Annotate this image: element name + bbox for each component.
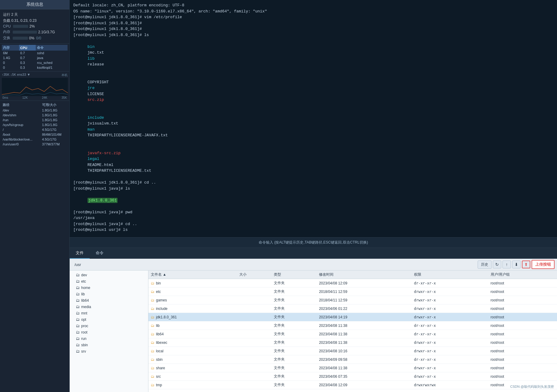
disk-row: /run1.8G/1.8G	[2, 118, 68, 122]
history-button[interactable]: 历史	[478, 261, 492, 269]
fm-file-row[interactable]: 🗂libexec 文件夹 2023/04/08 11:38 drwxr-xr-x…	[148, 338, 557, 347]
fm-file-row[interactable]: 🗂lib64 文件夹 2023/04/08 11:38 dr-xr-xr-x r…	[148, 330, 557, 338]
disk-size: 1.8G/1.8G	[41, 113, 68, 118]
tree-item[interactable]: 🗂root	[70, 329, 148, 335]
uptime-row: 运行 2 天	[3, 12, 66, 17]
t-line-1: OS name: "linux", version: "3.10.0-1160.…	[73, 8, 553, 15]
refresh-button[interactable]: ↻	[493, 261, 501, 268]
fm-file-row[interactable]: 🗂include 文件夹 2023/04/06 01:22 drwxr-xr-x…	[148, 304, 557, 313]
tree-item-label: media	[81, 305, 91, 309]
disk-size: 1.8G/1.8G	[41, 118, 68, 122]
folder-icon: 🗂	[76, 343, 80, 347]
fm-folder-icon: 🗂	[151, 290, 154, 294]
disk-table: 路径 可用/大小 /dev1.8G/1.8G/dev/shm1.8G/1.8G/…	[2, 102, 68, 147]
fm-file-owner: root/root	[488, 330, 557, 338]
fm-file-perm: dr-xr-xr-x	[412, 355, 488, 364]
swap-label: 交换	[3, 35, 10, 41]
fm-file-row[interactable]: 🗂tmp 文件夹 2023/04/08 12:09 drwxrwxrwx roo…	[148, 381, 557, 389]
fm-folder-icon: 🗂	[151, 357, 154, 362]
tree-item[interactable]: 🗂proc	[70, 323, 148, 329]
disk-col-size: 可用/大小	[41, 102, 68, 108]
cpu-row: CPU 2%	[3, 24, 66, 28]
net-label[interactable]: ↑35K ↓5K ens33 ▼	[2, 73, 30, 76]
tree-item[interactable]: 🗂media	[70, 304, 148, 310]
fm-file-size	[237, 381, 272, 389]
disk-size: 1.8G/1.8G	[41, 108, 68, 113]
fm-file-owner: root/root	[488, 304, 557, 313]
disk-size: 864M/1014M	[41, 132, 68, 137]
tree-item[interactable]: 🗂etc	[70, 278, 148, 284]
sidebar: 系统信息 运行 2 天 负载 0.31, 0.23, 0.23 CPU 2% 内…	[0, 0, 70, 392]
proc-mem: 6M	[2, 51, 19, 55]
net-v3: 12K	[22, 96, 28, 99]
fm-col-header[interactable]: 文件名 ▲	[148, 271, 237, 279]
proc-row: 1.4G0.7java	[2, 55, 68, 60]
tree-item[interactable]: 🗂sbin	[70, 342, 148, 348]
fm-file-row[interactable]: 🗂games 文件夹 2018/04/11 12:59 drwxr-xr-x r…	[148, 296, 557, 304]
fm-file-owner: root/root	[488, 347, 557, 355]
proc-col-cmd[interactable]: 命令	[36, 45, 68, 51]
tree-item[interactable]: 🗂lib64	[70, 297, 148, 304]
uptime-value: 运行 2 天	[3, 12, 18, 17]
load-row: 负载 0.31, 0.23, 0.23	[3, 18, 66, 23]
t-line-17: bin etc games include java lib lib64 lib…	[73, 233, 553, 238]
download-button[interactable]: ⬇	[512, 261, 521, 268]
fm-file-perm: dr-xr-xr-x	[412, 321, 488, 330]
tab-file[interactable]: 文件	[70, 248, 90, 259]
fm-folder-icon: 🗂	[151, 341, 154, 345]
fm-file-type: 文件夹	[271, 296, 317, 304]
folder-icon: 🗂	[76, 304, 80, 309]
disk-path: /	[2, 127, 41, 132]
tree-item[interactable]: 🗂opt	[70, 316, 148, 323]
t-line-9: javafx-src.zip legal README.html THIRDPA…	[73, 144, 553, 180]
tree-item[interactable]: 🗂srv	[70, 348, 148, 354]
fm-col-header[interactable]: 修改时间	[317, 271, 412, 279]
tree-item[interactable]: 🗂run	[70, 335, 148, 342]
tree-item-label: lib	[81, 292, 85, 296]
terminal[interactable]: Default locale: zh_CN, platform encoding…	[70, 0, 557, 237]
upload-icon-button[interactable]: ⬆	[522, 261, 530, 268]
disk-row: /dev/shm1.8G/1.8G	[2, 113, 68, 118]
tree-item[interactable]: 🗂lib	[70, 291, 148, 297]
fm-file-row[interactable]: 🗂jdk1.8.0_361 文件夹 2023/04/08 14:19 drwxr…	[148, 313, 557, 321]
fm-file-row[interactable]: 🗂etc 文件夹 2018/04/11 12:59 drwxr-xr-x roo…	[148, 287, 557, 296]
fm-col-header[interactable]: 大小	[237, 271, 272, 279]
net-right-label: 本机	[61, 73, 68, 77]
fm-col-header[interactable]: 用户/用户组	[488, 271, 557, 279]
fm-file-type: 文件夹	[271, 372, 317, 381]
t-line-13: [root@mylinux1 java]# pwd	[73, 209, 553, 215]
fm-file-row[interactable]: 🗂sbin 文件夹 2023/04/09 09:58 dr-xr-xr-x ro…	[148, 355, 557, 364]
up-dir-button[interactable]: ↑	[502, 261, 511, 268]
fm-file-perm: drwxr-xr-x	[412, 304, 488, 313]
upload-label-button[interactable]: 上传按钮	[532, 260, 555, 269]
tab-cmd[interactable]: 命令	[90, 248, 110, 259]
t-line-3: [root@mylinux1 jdk1.8.0_361]#	[73, 20, 553, 26]
fm-folder-icon: 🗂	[151, 315, 154, 319]
fm-file-row[interactable]: 🗂lib 文件夹 2023/04/08 11:38 dr-xr-xr-x roo…	[148, 321, 557, 330]
tree-item[interactable]: 🗂home	[70, 284, 148, 291]
disk-path: /dev	[2, 108, 41, 113]
net-time: 0ms	[2, 96, 8, 99]
fm-col-header[interactable]: 类型	[271, 271, 317, 279]
proc-col-cpu[interactable]: CPU	[19, 45, 36, 51]
cpu-value: 2%	[29, 24, 35, 28]
t-line-12: jdk1.8.0_361	[73, 191, 553, 209]
t-line-10: [root@mylinux1 jdk1.8.0_361]# cd ..	[73, 180, 553, 186]
tree-item[interactable]: 🗂mnt	[70, 310, 148, 316]
t-line-6: bin jmc.txt lib release	[73, 38, 553, 73]
fm-col-header[interactable]: 权限	[412, 271, 488, 279]
fm-folder-icon: 🗂	[151, 349, 154, 353]
fm-file-row[interactable]: 🗂src 文件夹 2023/04/06 07:35 drwxr-xr-x roo…	[148, 372, 557, 381]
fm-folder-icon: 🗂	[151, 374, 154, 379]
tree-item-label: opt	[81, 317, 86, 322]
proc-col-mem[interactable]: 内存	[2, 45, 19, 51]
fm-file-row[interactable]: 🗂share 文件夹 2023/04/08 11:38 drwxr-xr-x r…	[148, 364, 557, 372]
fm-file-row[interactable]: 🗂bin 文件夹 2023/04/08 12:09 dr-xr-xr-x roo…	[148, 279, 557, 287]
fm-file-name: 🗂share	[148, 364, 237, 372]
fm-file-modified: 2023/04/08 12:09	[317, 381, 412, 389]
proc-cpu: 0.3	[19, 60, 36, 65]
tree-item[interactable]: 🗂dev	[70, 272, 148, 278]
cpu-bar	[13, 25, 28, 28]
fm-file-row[interactable]: 🗂local 文件夹 2023/04/08 10:16 drwxr-xr-x r…	[148, 347, 557, 355]
t-line-5: [root@mylinux1 jdk1.8.0_361]# ls	[73, 32, 553, 38]
